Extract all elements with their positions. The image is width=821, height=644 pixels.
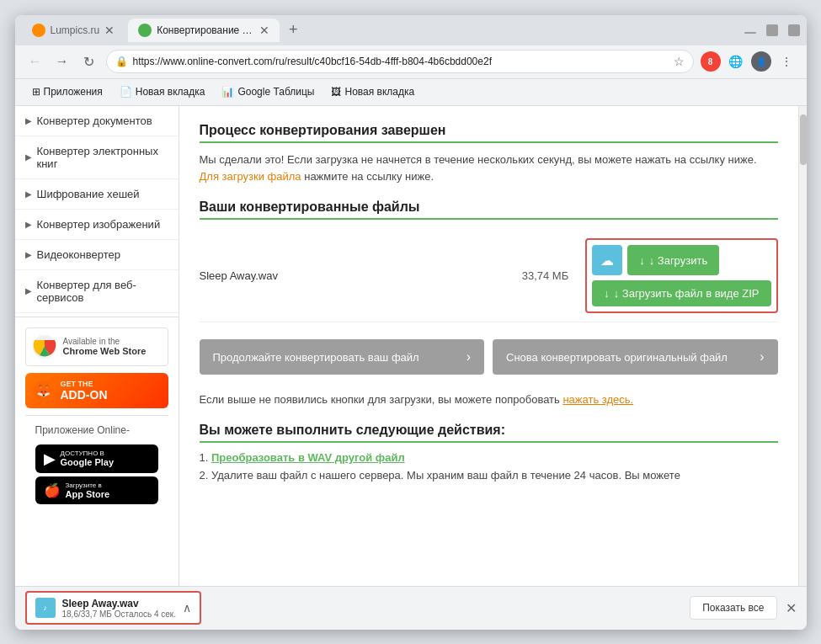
firefox-addon-button[interactable]: 🦊 GET THE ADD-ON [25, 373, 168, 408]
info-text: Если выше не появились кнопки для загруз… [200, 391, 778, 409]
app-section-title: Приложение Online- [25, 415, 168, 441]
download-buttons-group: ☁ ↓ ↓ Загрузить ↓ ↓ Загрузить файл в вид… [585, 238, 777, 313]
toolbar-icons: 8 🌐 👤 ⋮ [701, 51, 797, 72]
files-section: Ваши конвертированные файлы Sleep Away.w… [200, 200, 778, 322]
process-body: Мы сделали это! Если загрузка не начнетс… [200, 152, 778, 187]
firefox-addon-label: GET THE ADD-ON [61, 380, 108, 402]
arrow-icon-hash: ▶ [25, 189, 32, 199]
sidebar-item-ebooks[interactable]: ▶ Конвертер электронных книг [15, 136, 179, 179]
sidebar-item-hash[interactable]: ▶ Шифрование хешей [15, 179, 179, 210]
bookmark-newtab1[interactable]: 📄 Новая вкладка [113, 82, 212, 101]
download-chevron-icon[interactable]: ∧ [183, 601, 191, 615]
sidebar-item-images[interactable]: ▶ Конвертер изображений [15, 210, 179, 240]
close-button[interactable] [788, 24, 800, 36]
arrow-icon-video: ▶ [25, 250, 32, 259]
arrow-icon-ebooks: ▶ [25, 152, 32, 162]
title-bar: Lumpics.ru ✕ Конвертирование ваших файл.… [15, 15, 807, 45]
extension-icon-globe[interactable]: 🌐 [726, 51, 746, 72]
apple-icon: 🍎 [44, 482, 61, 498]
new-tab-icon-2: 🖼 [331, 86, 341, 98]
action-label-2: Удалите ваш файл с нашего сервера. Мы хр… [211, 469, 680, 482]
chrome-store-box[interactable]: Available in the Chrome Web Store [25, 327, 168, 366]
download-zip-label: ↓ Загрузить файл в виде ZIP [614, 287, 760, 300]
process-body-text: Мы сделали это! Если загрузка не начнетс… [200, 153, 757, 166]
new-tab-icon-1: 📄 [120, 86, 132, 98]
profile-icon[interactable]: 👤 [751, 51, 771, 72]
download-icon: ↓ [639, 254, 645, 267]
download-progress: 18,6/33,7 МБ Осталось 4 сек. [62, 609, 177, 619]
back-button[interactable]: ← [25, 51, 45, 72]
download-zip-button[interactable]: ↓ ↓ Загрузить файл в виде ZIP [592, 280, 770, 306]
forward-button[interactable]: → [52, 51, 72, 72]
tab-label-lumpics: Lumpics.ru [51, 24, 100, 36]
sidebar-label-images: Конвертер изображений [37, 218, 161, 231]
try-here-link[interactable]: нажать здесь. [562, 393, 633, 406]
window-controls [744, 24, 800, 36]
process-title: Процесс конвертирования завершен [200, 123, 778, 143]
new-tab-button[interactable]: + [283, 20, 303, 40]
sheets-icon: 📊 [221, 86, 234, 98]
apple-store-button[interactable]: 🍎 Загрузите в App Store [35, 476, 158, 504]
scrollbar-thumb[interactable] [800, 114, 807, 165]
minimize-button[interactable] [744, 32, 756, 34]
action1-label: Продолжайте конвертировать ваш файл [213, 351, 419, 364]
maximize-button[interactable] [766, 24, 778, 36]
sidebar: ▶ Конвертер документов ▶ Конвертер элект… [15, 106, 179, 586]
tab-close-convert[interactable]: ✕ [259, 24, 269, 37]
tab-favicon-convert [138, 24, 152, 37]
chrome-logo-icon [33, 335, 56, 359]
bookmark-sheets[interactable]: 📊 Google Таблицы [215, 82, 321, 101]
arrow-icon-images: ▶ [25, 220, 32, 229]
bookmark-newtab2[interactable]: 🖼 Новая вкладка [324, 82, 421, 101]
main-area: ▶ Конвертер документов ▶ Конвертер элект… [15, 106, 807, 586]
sidebar-label-ebooks: Конвертер электронных книг [37, 145, 168, 170]
bookmark-star-icon[interactable]: ☆ [674, 55, 685, 68]
menu-icon[interactable]: ⋮ [776, 51, 797, 72]
chrome-store-line1: Available in the [63, 337, 147, 346]
tab-favicon-lumpics [32, 24, 45, 37]
upload-cloud-button[interactable]: ☁ [592, 245, 622, 275]
tab-convert[interactable]: Конвертирование ваших файл... ✕ [128, 19, 280, 42]
wav-icon: ♪ [43, 604, 47, 612]
bookmark-apps[interactable]: ⊞ Приложения [25, 82, 109, 101]
sidebar-promo: Available in the Chrome Web Store 🦊 GET … [15, 317, 179, 518]
bookmark-label-newtab2: Новая вкладка [344, 86, 414, 98]
sidebar-item-docs[interactable]: ▶ Конвертер документов [15, 106, 179, 136]
action-link-1[interactable]: Преобразовать в WAV другой файл [211, 451, 405, 464]
reconvert-button[interactable]: Снова конвертировать оригинальный файл › [493, 339, 778, 375]
actions-row: Продолжайте конвертировать ваш файл › Сн… [200, 339, 778, 375]
sidebar-item-video[interactable]: ▶ Видеоконвертер [15, 240, 179, 270]
file-row: Sleep Away.wav 33,74 МБ ☁ ↓ ↓ Загрузить [200, 230, 778, 322]
download-label: ↓ Загрузить [649, 254, 707, 267]
bookmark-label-apps: Приложения [44, 86, 103, 98]
action2-arrow-icon: › [760, 349, 764, 365]
files-title: Ваши конвертированные файлы [200, 200, 778, 220]
extension-icon-red[interactable]: 8 [701, 51, 721, 72]
file-name: Sleep Away.wav [200, 269, 512, 282]
reload-button[interactable]: ↻ [79, 51, 99, 72]
sidebar-item-web[interactable]: ▶ Конвертер для веб-сервисов [15, 270, 179, 313]
tab-close-lumpics[interactable]: ✕ [104, 24, 115, 37]
download-bar: ♪ Sleep Away.wav 18,6/33,7 МБ Осталось 4… [15, 586, 807, 630]
apps-grid-icon: ⊞ [32, 86, 40, 98]
show-all-button[interactable]: Показать все [690, 596, 776, 620]
google-play-button[interactable]: ▶ ДОСТУПНО В Google Play [35, 444, 158, 473]
arrow-icon-web: ▶ [25, 286, 32, 295]
download-button[interactable]: ↓ ↓ Загрузить [627, 245, 719, 275]
download-row: ☁ ↓ ↓ Загрузить [592, 245, 770, 275]
google-play-icon: ▶ [44, 450, 56, 468]
download-link[interactable]: Для загрузки файла [200, 170, 301, 183]
action1-arrow-icon: › [466, 349, 471, 365]
action-num-2: 2. [200, 469, 209, 482]
scrollbar-track[interactable] [798, 106, 807, 586]
close-download-bar-button[interactable]: ✕ [786, 600, 797, 616]
info-text-content: Если выше не появились кнопки для загруз… [200, 393, 563, 406]
tab-label-convert: Конвертирование ваших файл... [157, 24, 254, 36]
file-size: 33,74 МБ [522, 269, 569, 282]
continue-convert-button[interactable]: Продолжайте конвертировать ваш файл › [200, 339, 485, 375]
google-play-label: ДОСТУПНО В Google Play [61, 450, 115, 467]
tab-lumpics[interactable]: Lumpics.ru ✕ [22, 19, 125, 42]
action2-label: Снова конвертировать оригинальный файл [506, 351, 728, 364]
bookmark-label-newtab1: Новая вкладка [136, 86, 205, 98]
url-bar[interactable]: 🔒 https://www.online-convert.com/ru/resu… [106, 50, 694, 73]
